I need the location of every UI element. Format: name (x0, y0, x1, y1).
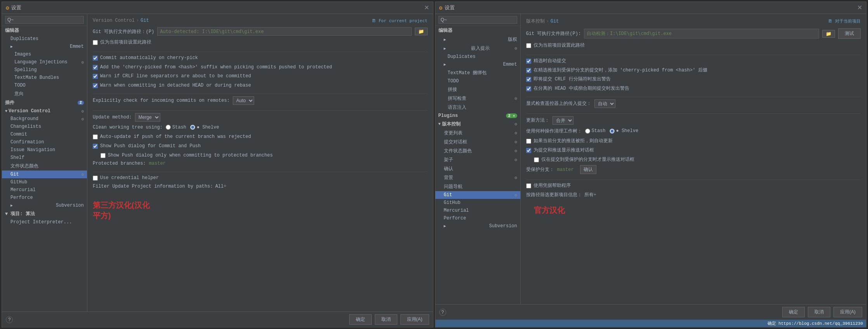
left-help-btn[interactable]: ? (6, 316, 13, 323)
r-sidebar-mercurial[interactable]: Mercurial (435, 207, 520, 214)
cb-add-suffix[interactable] (93, 65, 98, 70)
r-sidebar-todo[interactable]: TODO (435, 77, 520, 85)
sidebar-item-changelists[interactable]: Changelists (2, 123, 87, 131)
r-confirm-btn[interactable]: 确认 (580, 165, 596, 174)
r-update-method-select[interactable]: 合并 (553, 116, 573, 125)
r-cb-auto-update[interactable] (526, 139, 531, 144)
sidebar-item-version-control[interactable]: ▼Version Control ⚙ (2, 107, 87, 115)
r-sidebar-git[interactable]: Git ⚙ (435, 191, 520, 199)
left-title-bar: ⚙ 设置 ✕ (2, 2, 433, 14)
update-method-select[interactable]: Merge (135, 113, 160, 122)
r-sidebar-shelf[interactable]: 架子 ⚙ (435, 155, 520, 164)
radio-stash[interactable]: Stash (166, 125, 186, 130)
sidebar-item-git[interactable]: Git ⚙ (2, 171, 87, 178)
r-sidebar-duplicates[interactable]: Duplicates (435, 53, 520, 61)
r-cb-credential[interactable] (526, 183, 531, 188)
sidebar-item-project-algo: ▼ 项目: 算法 (2, 209, 87, 218)
sidebar-item-emmet[interactable]: ▶Emmet (2, 43, 87, 50)
left-main-panel: Version Control › Git 🖹 For current proj… (87, 14, 433, 312)
sidebar-item-duplicates[interactable]: Duplicates (2, 35, 87, 43)
r-radio-stash[interactable]: Stash (585, 128, 606, 134)
sidebar-item-todo[interactable]: TODO (2, 82, 87, 89)
r-sidebar-lang-inject[interactable]: 语言注入 (435, 103, 520, 112)
cb-auto-update[interactable] (93, 134, 98, 139)
checkbox-warn-detached: Warn when committing in detached HEAD or… (93, 82, 428, 89)
r-radio-stash-input[interactable] (585, 129, 590, 134)
r-radio-shelve[interactable]: ● Shelve (610, 128, 639, 134)
left-search-input[interactable] (5, 16, 84, 24)
r-git-path-folder-btn[interactable]: 📁 (822, 30, 835, 38)
r-sidebar-confirm[interactable]: 确认 (435, 164, 520, 173)
sidebar-item-shelf[interactable]: Shelf (2, 154, 87, 162)
r-cb-show-push-protected[interactable] (534, 157, 539, 162)
r-sidebar-version[interactable]: ▶版权 (435, 35, 520, 44)
r-path-checkbox[interactable] (526, 43, 531, 48)
sidebar-item-background[interactable]: Background ⚙ (2, 115, 87, 123)
r-git-path-value[interactable]: 自动检测：I:\IDE\git\cmd\git.exe (584, 29, 819, 38)
git-path-value[interactable]: Auto-detected: I:\IDE\git\cmd\git.exe (157, 27, 411, 36)
left-apply-btn[interactable]: 应用(A) (400, 314, 429, 325)
cb-show-push-protected[interactable] (100, 153, 106, 158)
r-sidebar-changelists[interactable]: 变更列表 ⚙ (435, 129, 520, 138)
sidebar-item-perforce[interactable]: Perforce (2, 194, 87, 202)
r-path-checkbox-row: 仅为当前项目设置此路径 (526, 42, 861, 49)
left-cancel-btn[interactable]: 取消 (375, 314, 397, 325)
filter-value: All÷ (215, 184, 227, 189)
r-sidebar-emmet[interactable]: ▶Emmet (435, 61, 520, 68)
check-incoming-select[interactable]: Auto (233, 96, 254, 105)
left-ok-btn[interactable]: 确定 (349, 314, 372, 325)
r-radio-shelve-input[interactable] (610, 129, 615, 134)
r-sidebar-inspect[interactable]: 拼写检查 ⚙ (435, 94, 520, 103)
sidebar-item-spelling[interactable]: Spelling (2, 66, 87, 74)
r-sidebar-issue-nav[interactable]: 问题导航 (435, 182, 520, 191)
r-sidebar-textmate[interactable]: TextMate 捆绑包 (435, 68, 520, 77)
r-sidebar-subversion[interactable]: ▶Subversion (435, 222, 520, 230)
r-cb-show-push[interactable] (526, 148, 531, 153)
git-path-folder-btn[interactable]: 📁 (415, 28, 428, 35)
sidebar-item-language-injections[interactable]: Language Injections ⚙ (2, 58, 87, 66)
sidebar-item-subversion[interactable]: ▶Subversion (2, 202, 87, 209)
r-sidebar-spell[interactable]: 拼接 (435, 85, 520, 94)
r-sidebar-vc[interactable]: ▼版本控制 ⚙ (435, 120, 520, 129)
sidebar-item-issue-navigation[interactable]: Issue Navigation (2, 146, 87, 154)
right-search-input[interactable] (438, 16, 517, 24)
sidebar-item-confirmation[interactable]: Confirmation (2, 138, 87, 146)
sidebar-item-github[interactable]: GitHub (2, 178, 87, 186)
cb-credential[interactable] (93, 176, 98, 181)
sidebar-item-mercurial[interactable]: Mercurial (2, 186, 87, 194)
cb-warn-crlf[interactable] (93, 74, 98, 79)
sidebar-item-images[interactable]: Images (2, 50, 87, 58)
r-cb-warn-crlf[interactable] (526, 77, 531, 82)
left-close-button[interactable]: ✕ (424, 5, 429, 11)
sidebar-item-project-interpreter[interactable]: Project Interpreter... (2, 218, 87, 226)
cb-commit-cherry[interactable] (93, 56, 98, 61)
radio-stash-input[interactable] (166, 125, 171, 130)
right-help-btn[interactable]: ? (439, 309, 446, 316)
r-check-incoming-select[interactable]: 自动 (594, 99, 615, 108)
right-status-bar: 确定 https://blog.csdn.net/qq_39611230 (435, 320, 866, 327)
r-cb-add-suffix[interactable] (526, 68, 531, 73)
sidebar-item-textmate-bundles[interactable]: TextMate Bundles (2, 74, 87, 82)
vc-icon: ⚙ (81, 109, 84, 114)
sidebar-item-commit[interactable]: Commit (2, 131, 87, 138)
r-cb-warn-detached[interactable] (526, 86, 531, 91)
right-close-button[interactable]: ✕ (857, 5, 862, 11)
path-checkbox[interactable] (93, 40, 98, 45)
r-test-btn[interactable]: 测试 (838, 28, 861, 39)
sidebar-item-intention[interactable]: 意向 (2, 89, 87, 98)
r-sidebar-commit-dialog[interactable]: 提交对话框 ⚙ (435, 138, 520, 146)
r-sidebar-background[interactable]: 背景 ⚙ (435, 173, 520, 182)
r-sidebar-perforce[interactable]: Perforce (435, 214, 520, 222)
r-sidebar-github[interactable]: GitHub (435, 199, 520, 207)
r-cb-auto-commit[interactable] (526, 59, 531, 64)
cb-warn-detached[interactable] (93, 83, 98, 88)
right-apply-btn[interactable]: 应用(A) (833, 307, 862, 317)
radio-shelve-input[interactable] (190, 125, 195, 130)
radio-shelve[interactable]: ● Shelve (190, 125, 219, 130)
sidebar-item-file-status[interactable]: 文件状态颜色 (2, 162, 87, 171)
r-sidebar-input-tips[interactable]: ▶嵌入提示 ⚙ (435, 44, 520, 53)
right-cancel-btn[interactable]: 取消 (808, 307, 830, 317)
right-ok-btn[interactable]: 确定 (782, 307, 805, 317)
r-sidebar-file-status[interactable]: 文件状态颜色 ⚙ (435, 146, 520, 155)
cb-show-push[interactable] (93, 144, 98, 149)
